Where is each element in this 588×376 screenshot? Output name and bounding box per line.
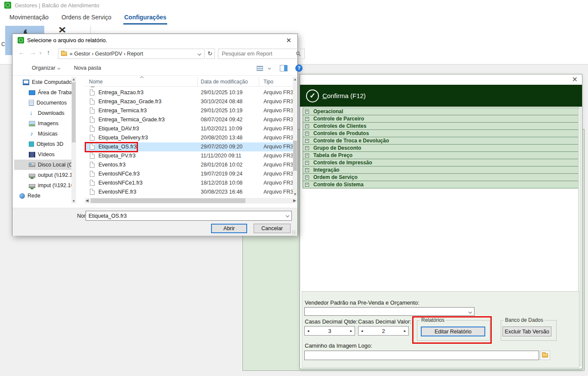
expand-plus-icon[interactable]	[305, 154, 309, 157]
table-row[interactable]: Etiqueta_OS.fr3 29/07/2020 09:20 Arquivo…	[85, 142, 293, 151]
sidebar-item[interactable]: Downloads	[14, 108, 72, 118]
decrement-icon[interactable]: ◂	[305, 329, 312, 333]
expand-plus-icon[interactable]	[305, 117, 309, 121]
scroll-down-icon[interactable]: ▼	[293, 192, 297, 196]
expand-plus-icon[interactable]	[305, 110, 309, 114]
expand-plus-icon[interactable]	[305, 168, 309, 172]
scroll-left-icon[interactable]: ◀	[86, 198, 89, 203]
resize-grip[interactable]	[292, 230, 296, 234]
sidebar-item[interactable]: Disco Local (C:)	[14, 160, 72, 170]
accordion-section[interactable]: Ordem de Serviço	[303, 173, 579, 181]
accordion-section[interactable]: Controles de Impressão	[303, 159, 579, 166]
sidebar-item[interactable]: Músicas	[14, 129, 72, 139]
sidebar-item[interactable]: Este Computador	[14, 77, 72, 87]
accordion-section[interactable]: Integração	[303, 166, 579, 174]
dialog-close-icon[interactable]: ✕	[286, 37, 291, 44]
expand-plus-icon[interactable]	[305, 139, 309, 143]
table-row[interactable]: Entrega_Razao.fr3 29/01/2025 10:19 Arqui…	[85, 88, 293, 97]
sidebar-item[interactable]: Vídeos	[14, 149, 72, 160]
sidebar-item[interactable]: Objetos 3D	[14, 139, 72, 149]
tab[interactable]: Ordens de Serviço	[61, 13, 112, 25]
table-row[interactable]: Entrega_Razao_Grade.fr3 30/10/2024 08:48…	[85, 97, 293, 106]
increment-icon[interactable]: ▸	[401, 329, 408, 333]
accordion-section[interactable]: Controle do Sistema	[303, 181, 579, 188]
column-header-type[interactable]: Tipo	[263, 79, 273, 85]
expand-plus-icon[interactable]	[305, 176, 309, 179]
breadcrumb[interactable]: « Gestor › GestorPDV › Report	[58, 49, 205, 59]
editar-relatorio-button[interactable]: Editar Relatório	[421, 327, 485, 336]
table-row[interactable]: EventosNFCe1.fr3 18/12/2018 10:08 Arquiv…	[85, 179, 293, 188]
file-list-horizontal-scrollbar[interactable]: ◀ ▶	[85, 198, 297, 203]
sidebar-item-icon	[29, 184, 35, 188]
sidebar-item[interactable]: Documentos	[14, 98, 72, 108]
expand-plus-icon[interactable]	[305, 161, 309, 165]
vendedor-combobox[interactable]	[304, 307, 475, 316]
forward-icon[interactable]: →	[30, 49, 36, 56]
accordion-section[interactable]: Controle de Troca e Devolução	[303, 137, 579, 145]
caminho-input[interactable]	[304, 351, 539, 360]
view-mode-icon[interactable]	[257, 66, 263, 71]
tab[interactable]: Movimentação	[9, 13, 49, 25]
panel-close-icon[interactable]: ✕	[572, 75, 578, 83]
expand-plus-icon[interactable]	[305, 146, 309, 150]
search-input[interactable]: Pesquisar em Report	[218, 49, 305, 59]
dialog-title: Selecione o arquivo do relatório.	[27, 37, 107, 43]
table-row[interactable]: Eventos.fr3 28/01/2016 10:02 Arquivo FR3	[85, 160, 293, 170]
nova-pasta-button[interactable]: Nova pasta	[74, 65, 101, 71]
organizar-menu[interactable]: Organizar	[32, 65, 59, 71]
breadcrumb-chevron-icon[interactable]	[198, 52, 201, 55]
sidebar-item[interactable]: Área de Trabalho	[14, 87, 72, 98]
scrollbar-thumb[interactable]	[91, 198, 245, 203]
table-row[interactable]: EventosNFCe.fr3 19/07/2019 09:24 Arquivo…	[85, 170, 293, 179]
accordion-section[interactable]: Grupo de Desconto	[303, 144, 579, 152]
accordion-section[interactable]: Operacional	[303, 108, 579, 115]
help-icon[interactable]: ?	[295, 65, 303, 72]
table-row[interactable]: Etiqueta_PV.fr3 11/11/2020 09:11 Arquivo…	[85, 151, 293, 160]
sidebar-scrollbar[interactable]: ▲ ▼	[71, 77, 76, 203]
column-header-name[interactable]: Nome	[89, 79, 103, 85]
increment-icon[interactable]: ▸	[348, 329, 355, 333]
scrollbar-thumb[interactable]	[72, 82, 76, 142]
accordion-section[interactable]: Controles de Clientes	[303, 122, 579, 130]
scroll-down-icon[interactable]: ▼	[71, 199, 76, 203]
preview-pane-icon[interactable]	[280, 65, 288, 71]
up-icon[interactable]: ↑	[47, 49, 50, 56]
sidebar-item[interactable]: output (\\192.16	[14, 170, 72, 180]
filename-combobox[interactable]: Etiqueta_OS.fr3	[86, 211, 292, 221]
qtde-stepper[interactable]: ◂ 3 ▸	[304, 326, 355, 336]
file-list-vertical-scrollbar[interactable]: ▲ ▼	[293, 77, 297, 197]
expand-plus-icon[interactable]	[305, 124, 309, 128]
sidebar-item[interactable]: Imagens	[14, 118, 72, 129]
scrollbar-thumb[interactable]	[293, 141, 297, 171]
view-mode-chevron-icon[interactable]	[268, 67, 271, 70]
excluir-tab-versao-button[interactable]: Excluir Tab Versão	[502, 327, 551, 336]
browse-folder-button[interactable]	[540, 351, 550, 360]
scroll-up-icon[interactable]: ▲	[293, 77, 297, 81]
sidebar-item-icon	[23, 80, 29, 85]
table-row[interactable]: Entrega_Termica_Grade.fr3 08/07/2024 09:…	[85, 115, 293, 124]
back-icon[interactable]: ←	[18, 49, 25, 56]
table-row[interactable]: Etiqueta_Delivery.fr3 20/08/2020 13:48 A…	[85, 133, 293, 142]
expand-plus-icon[interactable]	[305, 132, 309, 136]
table-row[interactable]: Entrega_Termica.fr3 29/01/2025 10:19 Arq…	[85, 106, 293, 115]
sidebar-item[interactable]: Rede	[14, 191, 72, 201]
accordion-section[interactable]: Controles de Produtos	[303, 129, 579, 137]
table-row[interactable]: Etiqueta_DAV.fr3 11/02/2021 10:09 Arquiv…	[85, 124, 293, 133]
expand-plus-icon[interactable]	[305, 183, 309, 187]
cancel-button[interactable]: Cancelar	[254, 224, 291, 233]
open-button[interactable]: Abrir	[211, 224, 247, 233]
decrement-icon[interactable]: ◂	[358, 329, 365, 333]
valor-stepper[interactable]: ◂ 2 ▸	[358, 326, 409, 336]
dialog-titlebar[interactable]: Selecione o arquivo do relatório. ✕	[12, 34, 297, 47]
accordion-section[interactable]: Tabela de Preço	[303, 151, 579, 159]
refresh-button[interactable]: ↻	[205, 49, 215, 59]
scroll-right-icon[interactable]: ▶	[293, 198, 296, 203]
column-header-date[interactable]: Data de modificação	[201, 79, 248, 85]
accordion-section[interactable]: Controle de Parceiro	[303, 115, 579, 123]
sidebar-item[interactable]: imput (\\192.168	[14, 180, 72, 191]
scroll-up-icon[interactable]: ▲	[71, 77, 76, 81]
tab[interactable]: Configurações	[123, 13, 167, 25]
confirm-banner[interactable]: ✓ Confirma (F12)	[300, 85, 582, 107]
history-chevron-icon[interactable]: ∨	[39, 51, 42, 55]
table-row[interactable]: EventosNFE.fr3 30/08/2023 16:46 Arquivo …	[85, 188, 293, 197]
